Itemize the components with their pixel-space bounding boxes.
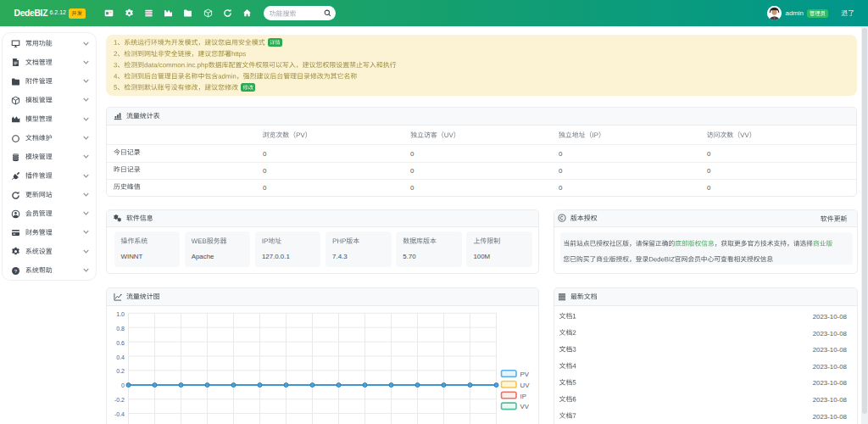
svg-text:PV: PV <box>520 371 530 378</box>
svg-text:-0.2: -0.2 <box>114 397 125 403</box>
svg-text:0.8: 0.8 <box>116 326 125 332</box>
svg-text:VV: VV <box>520 403 530 410</box>
svg-text:1.0: 1.0 <box>116 311 125 317</box>
svg-text:-0.4: -0.4 <box>114 411 125 417</box>
svg-text:?: ? <box>14 267 18 273</box>
svg-text:0.6: 0.6 <box>116 340 125 346</box>
svg-text:0.4: 0.4 <box>116 354 125 360</box>
svg-text:UV: UV <box>520 382 531 389</box>
svg-text:IP: IP <box>520 393 526 400</box>
svg-text:0: 0 <box>121 382 125 388</box>
svg-text:0.2: 0.2 <box>116 368 125 374</box>
